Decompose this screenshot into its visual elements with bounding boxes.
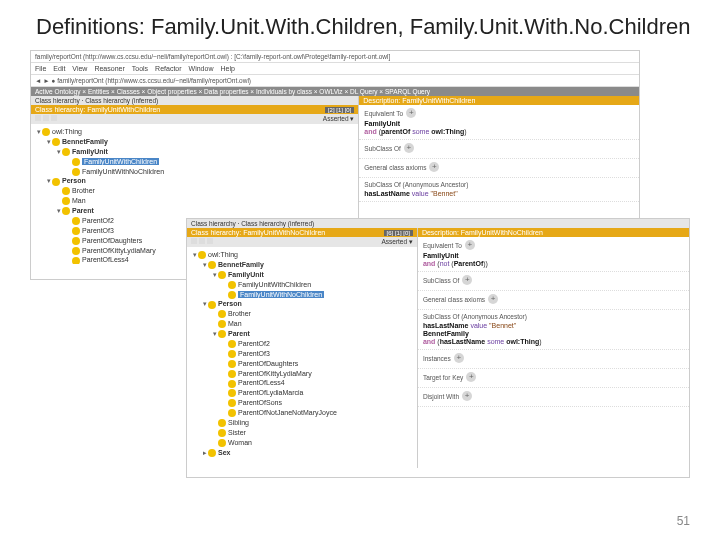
tree-node[interactable]: Man bbox=[35, 196, 354, 206]
menu-bar[interactable]: FileEditViewReasonerToolsRefactorWindowH… bbox=[31, 63, 639, 75]
class-icon bbox=[72, 237, 80, 245]
tree-node[interactable]: ▾FamilyUnit bbox=[191, 270, 413, 280]
class-icon bbox=[208, 261, 216, 269]
class-icon bbox=[228, 281, 236, 289]
add-icon[interactable]: + bbox=[404, 143, 414, 153]
class-expression[interactable]: and (not (ParentOf)) bbox=[423, 260, 684, 267]
class-icon bbox=[228, 370, 236, 378]
tree-node[interactable]: ParentOfLess4 bbox=[191, 378, 413, 388]
tree-node[interactable]: ▸Sex bbox=[191, 448, 413, 458]
class-hierarchy-header: Class hierarchy: FamilyUnitWithChildren[… bbox=[31, 105, 358, 114]
add-icon[interactable]: + bbox=[462, 391, 472, 401]
right-panel: Description: FamilyUnitWithNoChildren Eq… bbox=[418, 228, 689, 468]
menu-help[interactable]: Help bbox=[220, 65, 234, 72]
subclass-of-label: SubClass Of bbox=[364, 145, 401, 152]
equivalent-to-label: Equivalent To bbox=[364, 110, 403, 117]
tree-node[interactable]: FamilyUnitWithChildren bbox=[35, 157, 354, 167]
tree-node[interactable]: ▾Person bbox=[191, 299, 413, 309]
menu-refactor[interactable]: Refactor bbox=[155, 65, 181, 72]
main-tabs[interactable]: Active Ontology × Entities × Classes × O… bbox=[31, 87, 639, 96]
tree-node[interactable]: Man bbox=[191, 319, 413, 329]
tree-node[interactable]: Sibling bbox=[191, 418, 413, 428]
tree-node[interactable]: ▾Parent bbox=[35, 206, 354, 216]
menu-view[interactable]: View bbox=[72, 65, 87, 72]
general-axioms-label: General class axioms bbox=[364, 164, 426, 171]
class-icon bbox=[72, 217, 80, 225]
class-expression[interactable]: and (hasLastName some owl:Thing) bbox=[423, 338, 684, 345]
tree-node[interactable]: Sister bbox=[191, 428, 413, 438]
menu-reasoner[interactable]: Reasoner bbox=[94, 65, 124, 72]
tree-node[interactable]: Brother bbox=[35, 186, 354, 196]
tree-node[interactable]: ▾FamilyUnit bbox=[35, 147, 354, 157]
class-icon bbox=[228, 340, 236, 348]
class-icon bbox=[228, 409, 236, 417]
class-expression[interactable]: FamilyUnit bbox=[364, 120, 634, 127]
menu-window[interactable]: Window bbox=[189, 65, 214, 72]
class-expression[interactable]: BennetFamily bbox=[423, 330, 684, 337]
protege-window-2: Class hierarchy · Class hierarchy (infer… bbox=[186, 218, 690, 478]
equivalent-to-label: Equivalent To bbox=[423, 242, 462, 249]
asserted-dropdown[interactable]: Asserted ▾ bbox=[381, 238, 412, 246]
class-icon bbox=[62, 187, 70, 195]
ontology-location[interactable]: ◄ ► ● family/reportOnt (http://www.cs.cc… bbox=[31, 75, 639, 87]
tree-node[interactable]: ParentOfKittyLydiaMary bbox=[191, 369, 413, 379]
tree-node[interactable]: FamilyUnitWithChildren bbox=[191, 280, 413, 290]
class-icon bbox=[208, 449, 216, 457]
asserted-dropdown[interactable]: Asserted ▾ bbox=[323, 115, 354, 123]
tree-node[interactable]: ParentOf2 bbox=[191, 339, 413, 349]
tree-node[interactable]: FamilyUnitWithNoChildren bbox=[191, 290, 413, 300]
tree-node[interactable]: ▾BennetFamily bbox=[191, 260, 413, 270]
target-key-label: Target for Key bbox=[423, 374, 463, 381]
class-icon bbox=[228, 360, 236, 368]
class-tree[interactable]: ▾owl:Thing▾BennetFamily▾FamilyUnit Famil… bbox=[187, 247, 417, 460]
class-icon bbox=[72, 227, 80, 235]
class-icon bbox=[72, 158, 80, 166]
class-expression[interactable]: and (parentOf some owl:Thing) bbox=[364, 128, 634, 135]
hierarchy-tabs[interactable]: Class hierarchy · Class hierarchy (infer… bbox=[187, 219, 689, 228]
tree-node[interactable]: ParentOfSons bbox=[191, 398, 413, 408]
tree-node[interactable]: ParentOfDaughters bbox=[191, 359, 413, 369]
add-icon[interactable]: + bbox=[466, 372, 476, 382]
menu-tools[interactable]: Tools bbox=[132, 65, 148, 72]
add-icon[interactable]: + bbox=[488, 294, 498, 304]
tree-node[interactable]: ▾Parent bbox=[191, 329, 413, 339]
class-icon bbox=[52, 178, 60, 186]
add-icon[interactable]: + bbox=[465, 240, 475, 250]
tree-node[interactable]: FamilyUnitWithNoChildren bbox=[35, 167, 354, 177]
page-number: 51 bbox=[677, 514, 690, 528]
general-axioms-label: General class axioms bbox=[423, 296, 485, 303]
class-icon bbox=[52, 138, 60, 146]
tree-node[interactable]: ParentOfLydiaMarcia bbox=[191, 388, 413, 398]
add-icon[interactable]: + bbox=[406, 108, 416, 118]
tree-node[interactable]: Woman bbox=[191, 438, 413, 448]
hierarchy-tabs[interactable]: Class hierarchy · Class hierarchy (infer… bbox=[31, 96, 358, 105]
class-expression[interactable]: hasLastName value "Bennet" bbox=[423, 322, 684, 329]
add-icon[interactable]: + bbox=[462, 275, 472, 285]
add-icon[interactable]: + bbox=[429, 162, 439, 172]
class-icon bbox=[218, 310, 226, 318]
class-icon bbox=[72, 257, 80, 264]
description-header: Description: FamilyUnitWithNoChildren bbox=[418, 228, 689, 237]
class-icon bbox=[218, 330, 226, 338]
class-icon bbox=[72, 247, 80, 255]
counts-badge: [6] [1] [0] bbox=[384, 230, 413, 236]
tree-node[interactable]: Brother bbox=[191, 309, 413, 319]
class-icon bbox=[72, 168, 80, 176]
class-expression[interactable]: FamilyUnit bbox=[423, 252, 684, 259]
tree-toolbar[interactable] bbox=[35, 115, 57, 123]
anon-ancestor-label: SubClass Of (Anonymous Ancestor) bbox=[423, 313, 527, 320]
tree-node[interactable]: ParentOf3 bbox=[191, 349, 413, 359]
tree-toolbar[interactable] bbox=[191, 238, 213, 246]
menu-edit[interactable]: Edit bbox=[53, 65, 65, 72]
tree-node[interactable]: ▾BennetFamily bbox=[35, 137, 354, 147]
tree-node[interactable]: ▾owl:Thing bbox=[191, 250, 413, 260]
class-icon bbox=[218, 419, 226, 427]
class-icon bbox=[62, 207, 70, 215]
add-icon[interactable]: + bbox=[454, 353, 464, 363]
subclass-of-label: SubClass Of bbox=[423, 277, 460, 284]
tree-node[interactable]: ▾owl:Thing bbox=[35, 127, 354, 137]
menu-file[interactable]: File bbox=[35, 65, 46, 72]
tree-node[interactable]: ▾Person bbox=[35, 176, 354, 186]
class-expression[interactable]: hasLastName value "Bennet" bbox=[364, 190, 634, 197]
tree-node[interactable]: ParentOfNotJaneNotMaryJoyce bbox=[191, 408, 413, 418]
